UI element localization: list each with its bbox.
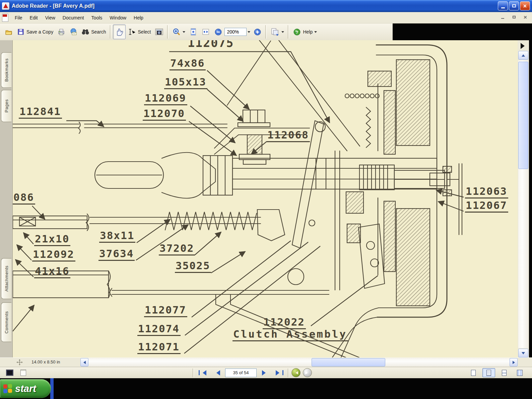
scroll-left-button[interactable]	[80, 358, 88, 366]
scroll-up-button[interactable]	[518, 51, 528, 60]
last-page-button[interactable]	[273, 368, 285, 377]
zoom-out-icon	[214, 28, 222, 36]
single-page-view-button[interactable]	[467, 368, 480, 377]
zoom-in-button[interactable]	[251, 25, 264, 39]
part-label-112063: 112063	[465, 186, 508, 198]
save-icon	[17, 28, 25, 36]
zoom-level-input[interactable]	[224, 28, 247, 36]
page-display-button[interactable]	[268, 25, 286, 39]
document-close-button[interactable]: ×	[522, 14, 529, 20]
zoom-level-dropdown[interactable]	[247, 25, 251, 39]
hand-tool-icon	[115, 27, 124, 36]
page-navigation: 35 of 54	[193, 368, 312, 377]
toolbar-separator	[265, 25, 267, 39]
fit-width-button[interactable]	[199, 25, 212, 39]
menu-item-window[interactable]: Window	[106, 13, 130, 22]
part-labels: 11207574x86105x1311206911207011284111206…	[13, 40, 518, 357]
triangle-left-icon	[214, 370, 220, 376]
previous-page-button[interactable]	[211, 368, 223, 377]
single-page-icon	[471, 370, 476, 376]
search-button[interactable]: Search	[79, 25, 108, 39]
continuous-view-button[interactable]	[482, 368, 495, 377]
zoom-out-button[interactable]	[212, 25, 224, 39]
part-label-086: 086	[13, 192, 35, 205]
menu-item-view[interactable]: View	[42, 13, 59, 22]
hand-tool-button[interactable]	[113, 24, 126, 39]
sidebar-tab-bookmarks[interactable]: Bookmarks	[1, 52, 11, 88]
scroll-down-button[interactable]	[518, 349, 528, 357]
part-label-112077: 112077	[144, 304, 187, 317]
restore-button[interactable]	[509, 1, 519, 10]
document-minimize-button[interactable]	[499, 14, 506, 20]
page-indicator[interactable]: 35 of 54	[225, 368, 257, 377]
help-label: Help	[303, 29, 313, 35]
part-label-37634: 37634	[98, 248, 135, 261]
normal-view-button[interactable]	[19, 368, 27, 377]
last-page-icon	[282, 370, 283, 375]
vertical-scrollbar[interactable]	[518, 40, 529, 357]
select-tool-button[interactable]: Select	[126, 25, 153, 39]
part-label-112075: 112075	[187, 40, 235, 50]
help-button[interactable]: ? Help	[291, 25, 319, 39]
fullscreen-view-button[interactable]	[5, 368, 14, 377]
open-folder-icon	[5, 28, 13, 36]
print-button[interactable]	[55, 25, 67, 39]
triangle-right-icon	[262, 370, 268, 376]
menu-item-document[interactable]: Document	[59, 13, 88, 22]
page-display-dropdown-arrow[interactable]	[281, 31, 284, 34]
horizontal-scroll-thumb[interactable]	[312, 358, 385, 366]
zoom-in-icon	[253, 28, 262, 36]
triangle-left-icon	[200, 370, 206, 376]
pane-expand-arrow-icon[interactable]	[521, 43, 525, 49]
zoom-in-tool-button[interactable]	[170, 25, 187, 39]
page-view-icon	[20, 369, 26, 376]
document-page[interactable]: 11207574x86105x1311206911207011284111206…	[13, 40, 518, 357]
window-title: Adobe Reader - [BF Avery A.pdf]	[12, 3, 94, 9]
part-label-clutch-assembly: Clutch Assembly	[232, 329, 348, 341]
search-label: Search	[91, 29, 106, 35]
actual-size-button[interactable]	[187, 25, 199, 39]
previous-view-button[interactable]	[291, 368, 301, 377]
pdf-document-icon[interactable]	[2, 14, 8, 22]
open-button[interactable]	[3, 25, 15, 39]
menu-item-file[interactable]: File	[11, 13, 26, 22]
fullscreen-icon	[6, 369, 13, 376]
next-view-button[interactable]	[303, 368, 312, 377]
toolbar-black-region	[393, 23, 532, 40]
first-page-button[interactable]	[196, 368, 208, 377]
close-icon: ×	[524, 14, 527, 20]
menu-item-edit[interactable]: Edit	[26, 13, 42, 22]
chevron-down-icon	[522, 352, 525, 356]
arrow-right-icon	[305, 371, 310, 375]
email-button[interactable]	[67, 25, 79, 39]
horizontal-scrollbar[interactable]	[80, 358, 518, 366]
save-a-copy-button[interactable]: Save a Copy	[15, 25, 55, 39]
restore-icon	[512, 4, 516, 7]
sidebar-tab-pages[interactable]: Pages	[1, 90, 11, 122]
arrow-left-icon	[294, 371, 298, 375]
adobe-reader-app-icon	[2, 2, 9, 10]
continuous-icon	[486, 370, 491, 376]
start-label: start	[15, 383, 36, 394]
scroll-right-button[interactable]	[510, 358, 518, 366]
windows-logo-icon	[3, 384, 12, 393]
continuous-facing-view-button[interactable]	[498, 368, 511, 377]
next-page-button[interactable]	[259, 368, 271, 377]
sidebar-tab-comments[interactable]: Comments	[1, 302, 11, 342]
zoom-tool-dropdown-arrow[interactable]	[183, 31, 185, 34]
help-dropdown-arrow[interactable]	[314, 31, 317, 34]
part-label-112068: 112068	[267, 129, 310, 142]
horizontal-scroll-track[interactable]	[88, 358, 510, 366]
start-button[interactable]: start	[0, 379, 51, 398]
minimize-button[interactable]	[498, 1, 508, 10]
menu-item-help[interactable]: Help	[130, 13, 147, 22]
menu-item-tools[interactable]: Tools	[88, 13, 106, 22]
snapshot-button[interactable]	[153, 25, 165, 39]
document-restore-button[interactable]	[511, 14, 517, 20]
adobe-reader-window: Adobe Reader - [BF Avery A.pdf] × File E…	[0, 0, 532, 399]
close-button[interactable]: ×	[520, 1, 530, 10]
vertical-scroll-thumb[interactable]	[518, 62, 528, 169]
part-label-112841: 112841	[19, 106, 62, 119]
facing-view-button[interactable]	[513, 368, 526, 377]
sidebar-tab-attachments[interactable]: Attachments	[1, 258, 11, 299]
